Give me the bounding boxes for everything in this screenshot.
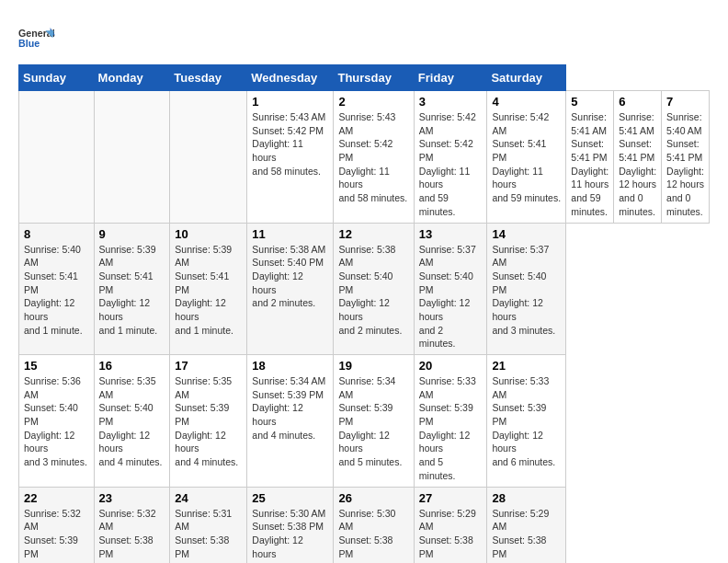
day-cell-20: 20Sunrise: 5:33 AMSunset: 5:39 PMDayligh…: [414, 355, 487, 488]
day-detail: Sunrise: 5:33 AMSunset: 5:39 PMDaylight:…: [492, 374, 561, 469]
day-number: 27: [419, 491, 483, 505]
day-detail: Sunrise: 5:40 AMSunset: 5:41 PMDaylight:…: [666, 110, 704, 219]
day-number: 13: [419, 227, 483, 241]
day-detail: Sunrise: 5:39 AMSunset: 5:41 PMDaylight:…: [175, 243, 242, 338]
day-cell-28: 28Sunrise: 5:29 AMSunset: 5:38 PMDayligh…: [487, 487, 566, 563]
day-number: 18: [252, 359, 328, 373]
day-detail: Sunrise: 5:37 AMSunset: 5:40 PMDaylight:…: [492, 243, 561, 338]
empty-cell: [94, 91, 170, 224]
day-detail: Sunrise: 5:33 AMSunset: 5:39 PMDaylight:…: [419, 374, 483, 483]
day-cell-9: 9Sunrise: 5:39 AMSunset: 5:41 PMDaylight…: [94, 223, 170, 355]
day-number: 25: [252, 491, 328, 505]
day-number: 20: [419, 359, 483, 373]
day-cell-3: 3Sunrise: 5:42 AMSunset: 5:42 PMDaylight…: [414, 91, 487, 224]
svg-text:Blue: Blue: [18, 38, 40, 49]
day-number: 15: [24, 359, 89, 373]
weekday-header-row: SundayMondayTuesdayWednesdayThursdayFrid…: [19, 65, 710, 91]
weekday-thursday: Thursday: [334, 65, 414, 91]
day-detail: Sunrise: 5:38 AMSunset: 5:40 PMDaylight:…: [338, 243, 408, 338]
day-number: 2: [338, 95, 408, 109]
day-number: 6: [619, 95, 656, 109]
day-detail: Sunrise: 5:36 AMSunset: 5:40 PMDaylight:…: [24, 374, 89, 469]
day-cell-17: 17Sunrise: 5:35 AMSunset: 5:39 PMDayligh…: [170, 355, 247, 488]
day-cell-23: 23Sunrise: 5:32 AMSunset: 5:38 PMDayligh…: [94, 487, 170, 563]
day-number: 26: [338, 491, 408, 505]
day-detail: Sunrise: 5:41 AMSunset: 5:41 PMDaylight:…: [571, 110, 609, 219]
day-detail: Sunrise: 5:32 AMSunset: 5:38 PMDaylight:…: [99, 507, 165, 564]
day-number: 28: [492, 491, 561, 505]
day-cell-12: 12Sunrise: 5:38 AMSunset: 5:40 PMDayligh…: [334, 223, 414, 355]
day-number: 5: [571, 95, 609, 109]
day-cell-11: 11Sunrise: 5:38 AMSunset: 5:40 PMDayligh…: [247, 223, 334, 355]
day-detail: Sunrise: 5:39 AMSunset: 5:41 PMDaylight:…: [99, 243, 165, 338]
day-number: 1: [252, 95, 328, 109]
day-cell-1: 1Sunrise: 5:43 AMSunset: 5:42 PMDaylight…: [247, 91, 334, 224]
day-number: 22: [24, 491, 89, 505]
day-detail: Sunrise: 5:34 AMSunset: 5:39 PMDaylight:…: [338, 374, 408, 469]
logo: General Blue: [18, 18, 55, 55]
day-number: 3: [419, 95, 483, 109]
logo-icon: General Blue: [18, 18, 55, 55]
day-detail: Sunrise: 5:41 AMSunset: 5:41 PMDaylight:…: [619, 110, 656, 219]
day-cell-2: 2Sunrise: 5:43 AMSunset: 5:42 PMDaylight…: [334, 91, 414, 224]
day-detail: Sunrise: 5:32 AMSunset: 5:39 PMDaylight:…: [24, 507, 89, 564]
weekday-monday: Monday: [94, 65, 170, 91]
weekday-tuesday: Tuesday: [170, 65, 247, 91]
day-detail: Sunrise: 5:43 AMSunset: 5:42 PMDaylight:…: [338, 110, 408, 205]
day-detail: Sunrise: 5:29 AMSunset: 5:38 PMDaylight:…: [419, 507, 483, 564]
day-cell-4: 4Sunrise: 5:42 AMSunset: 5:41 PMDaylight…: [487, 91, 566, 224]
day-cell-18: 18Sunrise: 5:34 AMSunset: 5:39 PMDayligh…: [247, 355, 334, 488]
day-detail: Sunrise: 5:34 AMSunset: 5:39 PMDaylight:…: [252, 374, 328, 442]
day-cell-10: 10Sunrise: 5:39 AMSunset: 5:41 PMDayligh…: [170, 223, 247, 355]
day-detail: Sunrise: 5:42 AMSunset: 5:41 PMDaylight:…: [492, 110, 561, 205]
calendar-week-1: 1Sunrise: 5:43 AMSunset: 5:42 PMDaylight…: [19, 91, 710, 224]
day-detail: Sunrise: 5:38 AMSunset: 5:40 PMDaylight:…: [252, 243, 328, 310]
weekday-friday: Friday: [414, 65, 487, 91]
day-detail: Sunrise: 5:35 AMSunset: 5:40 PMDaylight:…: [99, 374, 165, 469]
day-number: 23: [99, 491, 165, 505]
day-cell-15: 15Sunrise: 5:36 AMSunset: 5:40 PMDayligh…: [19, 355, 95, 488]
day-cell-16: 16Sunrise: 5:35 AMSunset: 5:40 PMDayligh…: [94, 355, 170, 488]
day-number: 10: [175, 227, 242, 241]
day-cell-24: 24Sunrise: 5:31 AMSunset: 5:38 PMDayligh…: [170, 487, 247, 563]
day-detail: Sunrise: 5:30 AMSunset: 5:38 PMDaylight:…: [252, 507, 328, 564]
day-number: 12: [338, 227, 408, 241]
day-cell-25: 25Sunrise: 5:30 AMSunset: 5:38 PMDayligh…: [247, 487, 334, 563]
day-cell-22: 22Sunrise: 5:32 AMSunset: 5:39 PMDayligh…: [19, 487, 95, 563]
day-number: 9: [99, 227, 165, 241]
day-number: 16: [99, 359, 165, 373]
calendar-week-2: 8Sunrise: 5:40 AMSunset: 5:41 PMDaylight…: [19, 223, 710, 355]
day-cell-7: 7Sunrise: 5:40 AMSunset: 5:41 PMDaylight…: [662, 91, 710, 224]
weekday-saturday: Saturday: [487, 65, 566, 91]
day-cell-6: 6Sunrise: 5:41 AMSunset: 5:41 PMDaylight…: [614, 91, 662, 224]
day-detail: Sunrise: 5:40 AMSunset: 5:41 PMDaylight:…: [24, 243, 89, 338]
day-detail: Sunrise: 5:37 AMSunset: 5:40 PMDaylight:…: [419, 243, 483, 351]
day-number: 8: [24, 227, 89, 241]
day-number: 11: [252, 227, 328, 241]
day-number: 14: [492, 227, 561, 241]
day-detail: Sunrise: 5:42 AMSunset: 5:42 PMDaylight:…: [419, 110, 483, 219]
day-cell-26: 26Sunrise: 5:30 AMSunset: 5:38 PMDayligh…: [334, 487, 414, 563]
day-detail: Sunrise: 5:35 AMSunset: 5:39 PMDaylight:…: [175, 374, 242, 469]
calendar-table: SundayMondayTuesdayWednesdayThursdayFrid…: [18, 64, 710, 563]
day-cell-13: 13Sunrise: 5:37 AMSunset: 5:40 PMDayligh…: [414, 223, 487, 355]
day-number: 24: [175, 491, 242, 505]
day-cell-8: 8Sunrise: 5:40 AMSunset: 5:41 PMDaylight…: [19, 223, 95, 355]
calendar-week-3: 15Sunrise: 5:36 AMSunset: 5:40 PMDayligh…: [19, 355, 710, 488]
page-header: General Blue: [18, 18, 710, 55]
weekday-wednesday: Wednesday: [247, 65, 334, 91]
day-detail: Sunrise: 5:31 AMSunset: 5:38 PMDaylight:…: [175, 507, 242, 564]
day-cell-14: 14Sunrise: 5:37 AMSunset: 5:40 PMDayligh…: [487, 223, 566, 355]
day-number: 19: [338, 359, 408, 373]
day-cell-19: 19Sunrise: 5:34 AMSunset: 5:39 PMDayligh…: [334, 355, 414, 488]
empty-cell: [170, 91, 247, 224]
day-cell-5: 5Sunrise: 5:41 AMSunset: 5:41 PMDaylight…: [566, 91, 614, 224]
calendar-body: 1Sunrise: 5:43 AMSunset: 5:42 PMDaylight…: [19, 91, 710, 564]
empty-cell: [19, 91, 95, 224]
day-detail: Sunrise: 5:43 AMSunset: 5:42 PMDaylight:…: [252, 110, 328, 178]
calendar-week-4: 22Sunrise: 5:32 AMSunset: 5:39 PMDayligh…: [19, 487, 710, 563]
day-number: 17: [175, 359, 242, 373]
day-number: 4: [492, 95, 561, 109]
day-number: 21: [492, 359, 561, 373]
day-cell-21: 21Sunrise: 5:33 AMSunset: 5:39 PMDayligh…: [487, 355, 566, 488]
